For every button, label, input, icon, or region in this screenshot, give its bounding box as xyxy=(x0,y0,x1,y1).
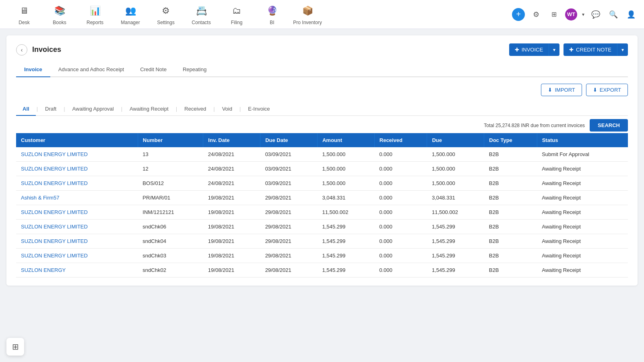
cell-received: 0.000 xyxy=(374,176,427,191)
table-row[interactable]: SUZLON ENERGY LIMITED1324/08/202103/09/2… xyxy=(16,147,628,162)
tab-invoice[interactable]: Invoice xyxy=(16,62,50,77)
filter-tab-awaiting-approval[interactable]: Awaiting Approval xyxy=(66,103,120,116)
nav-item-contacts[interactable]: 📇 Contacts xyxy=(184,0,219,29)
col-inv.-date: Inv. Date xyxy=(203,133,260,147)
table-row[interactable]: SUZLON ENERGY LIMITED1224/08/202103/09/2… xyxy=(16,162,628,176)
import-button[interactable]: ⬇ IMPORT xyxy=(541,84,582,96)
cell-received: 0.000 xyxy=(374,205,427,220)
customer-link[interactable]: SUZLON ENERGY LIMITED xyxy=(21,209,88,215)
nav-plus-button[interactable]: + xyxy=(512,8,525,21)
search-icon[interactable]: 🔍 xyxy=(607,8,620,21)
main-content: ‹ Invoices ✚ INVOICE ▾ ✚ CREDIT NOTE ▾ I… xyxy=(6,35,638,286)
cell-amount: 1,545.299 xyxy=(317,263,374,278)
cell-status: Awaiting Receipt xyxy=(537,234,628,249)
credit-note-main-button[interactable]: ✚ CREDIT NOTE xyxy=(564,43,617,56)
filter-tab-separator: | xyxy=(213,106,215,112)
settings-label: Settings xyxy=(157,20,174,25)
reports-label: Reports xyxy=(87,20,103,25)
nav-item-settings[interactable]: ⚙ Settings xyxy=(148,0,184,29)
header-buttons: ✚ INVOICE ▾ ✚ CREDIT NOTE ▾ xyxy=(509,43,628,56)
dropdown-arrow-icon[interactable]: ▾ xyxy=(582,12,584,17)
grid-icon[interactable]: ⊞ xyxy=(547,8,560,21)
table-row[interactable]: SUZLON ENERGY LIMITEDINM/121212119/08/20… xyxy=(16,205,628,220)
cell-number: PR/MAR/01 xyxy=(138,191,203,205)
customer-link[interactable]: Ashish & Firm57 xyxy=(21,195,59,201)
nav-item-manager[interactable]: 👥 Manager xyxy=(113,0,148,29)
cell-customer[interactable]: SUZLON ENERGY LIMITED xyxy=(16,249,138,263)
table-row[interactable]: Ashish & Firm57PR/MAR/0119/08/202129/08/… xyxy=(16,191,628,205)
table-row[interactable]: SUZLON ENERGY LIMITEDBOS/01224/08/202103… xyxy=(16,176,628,191)
cell-status: Awaiting Receipt xyxy=(537,176,628,191)
cell-due-date: 03/09/2021 xyxy=(260,176,318,191)
filter-tab-draft[interactable]: Draft xyxy=(39,103,63,116)
filter-tab-all[interactable]: All xyxy=(16,103,36,116)
nav-item-desk[interactable]: 🖥 Desk xyxy=(6,0,42,29)
cell-amount: 1,500.000 xyxy=(317,162,374,176)
page-header-left: ‹ Invoices xyxy=(16,44,61,56)
invoice-main-button[interactable]: ✚ INVOICE xyxy=(509,43,549,56)
customer-link[interactable]: SUZLON ENERGY LIMITED xyxy=(21,224,88,230)
cell-due: 1,500.000 xyxy=(427,147,484,162)
cell-customer[interactable]: Ashish & Firm57 xyxy=(16,191,138,205)
cell-status: Awaiting Receipt xyxy=(537,162,628,176)
table-row[interactable]: SUZLON ENERGYsndChk0219/08/202129/08/202… xyxy=(16,263,628,278)
nav-item-pro-inventory[interactable]: 📦 Pro Inventory xyxy=(290,0,325,29)
tab-repeating[interactable]: Repeating xyxy=(175,62,215,77)
credit-note-dropdown-button[interactable]: ▾ xyxy=(617,43,628,56)
cell-customer[interactable]: SUZLON ENERGY LIMITED xyxy=(16,162,138,176)
nav-item-reports[interactable]: 📊 Reports xyxy=(77,0,113,29)
cell-customer[interactable]: SUZLON ENERGY LIMITED xyxy=(16,205,138,220)
col-amount: Amount xyxy=(317,133,374,147)
customer-link[interactable]: SUZLON ENERGY xyxy=(21,267,66,273)
table-row[interactable]: SUZLON ENERGY LIMITEDsndChk0319/08/20212… xyxy=(16,249,628,263)
invoice-plus-icon: ✚ xyxy=(515,47,519,53)
cell-customer[interactable]: SUZLON ENERGY LIMITED xyxy=(16,234,138,249)
cell-customer[interactable]: SUZLON ENERGY LIMITED xyxy=(16,220,138,234)
nav-item-bi[interactable]: 🔮 BI xyxy=(254,0,290,29)
filter-tab-received[interactable]: Received xyxy=(178,103,213,116)
customer-link[interactable]: SUZLON ENERGY LIMITED xyxy=(21,238,88,244)
customer-link[interactable]: SUZLON ENERGY LIMITED xyxy=(21,166,88,172)
cell-customer[interactable]: SUZLON ENERGY xyxy=(16,263,138,278)
cell-doc-type: B2B xyxy=(484,234,537,249)
filter-tab-void[interactable]: Void xyxy=(216,103,239,116)
nav-item-filing[interactable]: 🗂 Filing xyxy=(219,0,254,29)
cell-inv.-date: 19/08/2021 xyxy=(203,249,260,263)
settings-icon[interactable]: ⚙ xyxy=(530,8,543,21)
table-row[interactable]: SUZLON ENERGY LIMITEDsndChk0619/08/20212… xyxy=(16,220,628,234)
cell-customer[interactable]: SUZLON ENERGY LIMITED xyxy=(16,176,138,191)
invoice-dropdown-button[interactable]: ▾ xyxy=(549,43,559,56)
customer-link[interactable]: SUZLON ENERGY LIMITED xyxy=(21,253,88,259)
credit-note-label: CREDIT NOTE xyxy=(576,47,611,53)
export-button[interactable]: ⬇ EXPORT xyxy=(586,84,628,96)
table-header-row: CustomerNumberInv. DateDue DateAmountRec… xyxy=(16,133,628,147)
customer-link[interactable]: SUZLON ENERGY LIMITED xyxy=(21,151,88,157)
filter-tab-separator: | xyxy=(36,106,39,112)
export-icon: ⬇ xyxy=(593,87,597,93)
back-button[interactable]: ‹ xyxy=(16,44,27,56)
page-title: Invoices xyxy=(32,45,61,54)
col-due-date: Due Date xyxy=(260,133,318,147)
cell-inv.-date: 19/08/2021 xyxy=(203,220,260,234)
table-row[interactable]: SUZLON ENERGY LIMITEDsndChk0419/08/20212… xyxy=(16,234,628,249)
col-customer: Customer xyxy=(16,133,138,147)
user-icon[interactable]: 👤 xyxy=(625,8,638,21)
nav-item-books[interactable]: 📚 Books xyxy=(42,0,77,29)
cell-inv.-date: 24/08/2021 xyxy=(203,176,260,191)
tab-credit-note[interactable]: Credit Note xyxy=(132,62,175,77)
settings-icon: ⚙ xyxy=(159,4,173,18)
contacts-icon: 📇 xyxy=(194,4,208,18)
search-button[interactable]: SEARCH xyxy=(590,119,628,132)
nav-right: + ⚙ ⊞ WT ▾ 💬 🔍 👤 xyxy=(512,8,638,21)
filter-tab-awaiting-receipt[interactable]: Awaiting Receipt xyxy=(123,103,175,116)
nav-items: 🖥 Desk 📚 Books 📊 Reports 👥 Manager ⚙ Set… xyxy=(6,0,512,29)
avatar[interactable]: WT xyxy=(565,8,577,21)
customer-link[interactable]: SUZLON ENERGY LIMITED xyxy=(21,180,88,186)
filter-tab-e-invoice[interactable]: E-Invoice xyxy=(242,103,276,116)
cell-customer[interactable]: SUZLON ENERGY LIMITED xyxy=(16,147,138,162)
import-icon: ⬇ xyxy=(548,87,552,93)
chat-icon[interactable]: 💬 xyxy=(589,8,602,21)
col-received: Received xyxy=(374,133,427,147)
cell-status: Awaiting Receipt xyxy=(537,191,628,205)
tab-advance[interactable]: Advance and Adhoc Receipt xyxy=(50,62,132,77)
